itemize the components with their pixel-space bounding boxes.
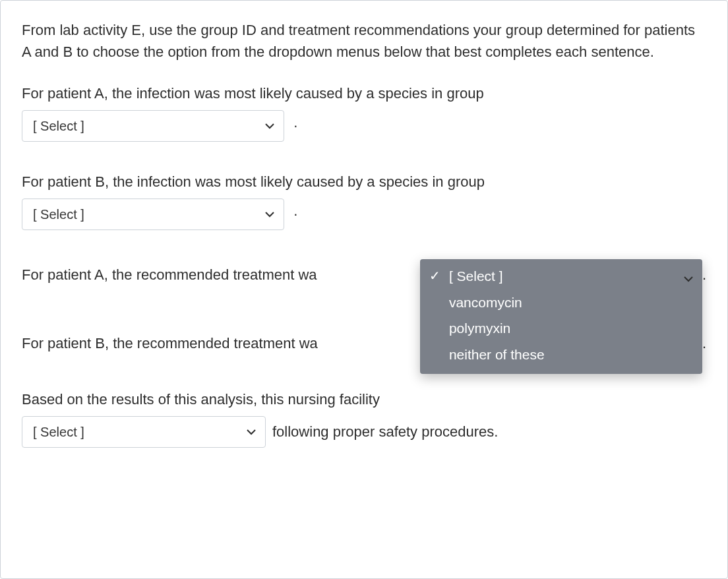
question-5: Based on the results of this analysis, t… [22, 388, 706, 448]
question-panel: From lab activity E, use the group ID an… [0, 0, 728, 579]
q5-trailing: following proper safety procedures. [272, 421, 498, 443]
q2-select[interactable]: [ Select ] [22, 198, 284, 230]
chevron-down-icon [247, 427, 256, 437]
q2-select-placeholder: [ Select ] [33, 204, 84, 225]
question-2: For patient B, the infection was most li… [22, 171, 706, 230]
q5-lead: Based on the results of this analysis, t… [22, 391, 380, 408]
q3-option-polymyxin[interactable]: polymyxin [420, 315, 702, 342]
q4-lead: For patient B, the recommended treatment… [22, 332, 318, 355]
q3-dropdown-menu[interactable]: [ Select ] vancomycin polymyxin neither … [420, 259, 702, 374]
q5-select[interactable]: [ Select ] [22, 416, 266, 448]
chevron-down-icon [265, 210, 274, 219]
q2-period: . [293, 200, 297, 222]
q1-period: . [293, 111, 297, 134]
question-3: For patient A, the recommended treatment… [22, 259, 706, 291]
q3-period: . [702, 264, 706, 286]
q3-option-vancomycin[interactable]: vancomycin [420, 290, 702, 316]
chevron-down-icon [265, 121, 274, 131]
question-1: For patient A, the infection was most li… [22, 82, 706, 142]
q3-option-placeholder[interactable]: [ Select ] [420, 263, 702, 290]
q1-lead: For patient A, the infection was most li… [22, 85, 484, 102]
q1-select-placeholder: [ Select ] [33, 116, 84, 137]
q4-period: . [702, 332, 706, 355]
q2-lead: For patient B, the infection was most li… [22, 173, 485, 190]
q5-select-placeholder: [ Select ] [33, 422, 84, 442]
q3-lead: For patient A, the recommended treatment… [22, 264, 317, 286]
instructions-text: From lab activity E, use the group ID an… [22, 19, 706, 63]
chevron-down-icon [684, 268, 693, 290]
q3-option-neither[interactable]: neither of these [420, 342, 702, 368]
q1-select[interactable]: [ Select ] [22, 110, 284, 142]
